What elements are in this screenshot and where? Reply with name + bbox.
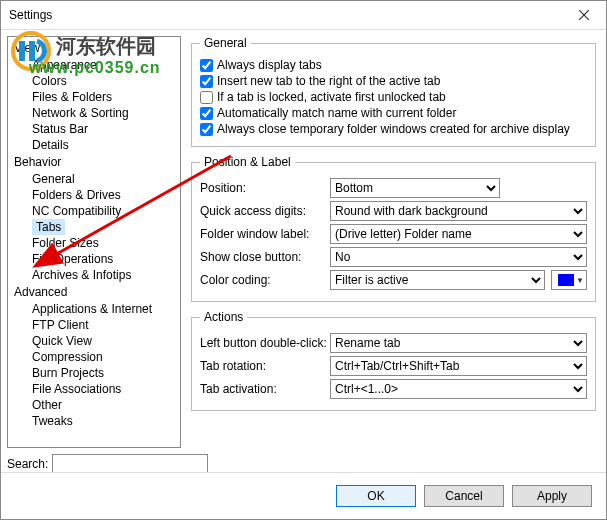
- tab-rotation-select[interactable]: Ctrl+Tab/Ctrl+Shift+Tab: [330, 356, 587, 376]
- general-checkbox-label: Always close temporary folder windows cr…: [217, 122, 570, 136]
- position-label-legend: Position & Label: [200, 155, 295, 169]
- settings-tree[interactable]: ViewAppearanceColorsFiles & FoldersNetwo…: [7, 36, 181, 448]
- cancel-button[interactable]: Cancel: [424, 485, 504, 507]
- settings-panel: General Always display tabsInsert new ta…: [181, 30, 606, 474]
- folder-window-label: Folder window label:: [200, 227, 330, 241]
- tree-item[interactable]: Tweaks: [8, 413, 180, 429]
- tree-item[interactable]: Archives & Infotips: [8, 267, 180, 283]
- color-coding-select[interactable]: Filter is active: [330, 270, 545, 290]
- close-icon: [579, 10, 589, 20]
- color-swatch-button[interactable]: ▼: [551, 270, 587, 290]
- show-close-select[interactable]: No: [330, 247, 587, 267]
- tree-item[interactable]: NC Compatibility: [8, 203, 180, 219]
- general-checkbox-label: If a tab is locked, activate first unloc…: [217, 90, 446, 104]
- tree-item[interactable]: Tabs: [32, 219, 65, 235]
- window-title: Settings: [1, 8, 52, 22]
- general-checkbox-label: Insert new tab to the right of the activ…: [217, 74, 440, 88]
- general-checkbox[interactable]: [200, 75, 213, 88]
- search-label: Search:: [7, 457, 48, 471]
- general-checkbox[interactable]: [200, 91, 213, 104]
- tree-category[interactable]: View: [8, 39, 180, 57]
- settings-window: Settings ViewAppearanceColorsFiles & Fol…: [0, 0, 607, 520]
- apply-button[interactable]: Apply: [512, 485, 592, 507]
- general-checkbox[interactable]: [200, 123, 213, 136]
- general-checkbox-label: Always display tabs: [217, 58, 322, 72]
- general-checkbox-label: Automatically match name with current fo…: [217, 106, 456, 120]
- tree-item[interactable]: Folders & Drives: [8, 187, 180, 203]
- actions-group: Actions Left button double-click: Rename…: [191, 310, 596, 411]
- dialog-buttons: OK Cancel Apply: [1, 472, 606, 519]
- tree-item[interactable]: Network & Sorting: [8, 105, 180, 121]
- color-swatch-icon: [558, 274, 574, 286]
- tree-category[interactable]: Behavior: [8, 153, 180, 171]
- tree-item[interactable]: File Operations: [8, 251, 180, 267]
- tree-item[interactable]: Appearance: [8, 57, 180, 73]
- position-label-group: Position & Label Position: Bottom Quick …: [191, 155, 596, 302]
- tree-item[interactable]: File Associations: [8, 381, 180, 397]
- double-click-label: Left button double-click:: [200, 336, 330, 350]
- general-group: General Always display tabsInsert new ta…: [191, 36, 596, 147]
- tree-item[interactable]: Burn Projects: [8, 365, 180, 381]
- tree-item[interactable]: Other: [8, 397, 180, 413]
- tree-item[interactable]: Files & Folders: [8, 89, 180, 105]
- general-checkbox[interactable]: [200, 107, 213, 120]
- tab-activation-select[interactable]: Ctrl+<1...0>: [330, 379, 587, 399]
- tree-item[interactable]: Applications & Internet: [8, 301, 180, 317]
- position-label: Position:: [200, 181, 330, 195]
- titlebar: Settings: [1, 1, 606, 30]
- quick-access-select[interactable]: Round with dark background: [330, 201, 587, 221]
- chevron-down-icon: ▼: [576, 276, 584, 285]
- position-select[interactable]: Bottom: [330, 178, 500, 198]
- general-legend: General: [200, 36, 251, 50]
- tree-item[interactable]: Status Bar: [8, 121, 180, 137]
- tree-item[interactable]: Details: [8, 137, 180, 153]
- tree-category[interactable]: Advanced: [8, 283, 180, 301]
- tree-item[interactable]: Colors: [8, 73, 180, 89]
- double-click-select[interactable]: Rename tab: [330, 333, 587, 353]
- tree-item[interactable]: General: [8, 171, 180, 187]
- color-coding-label: Color coding:: [200, 273, 330, 287]
- tree-item[interactable]: Quick View: [8, 333, 180, 349]
- tree-item[interactable]: FTP Client: [8, 317, 180, 333]
- actions-legend: Actions: [200, 310, 247, 324]
- tab-activation-label: Tab activation:: [200, 382, 330, 396]
- tab-rotation-label: Tab rotation:: [200, 359, 330, 373]
- folder-window-select[interactable]: (Drive letter) Folder name: [330, 224, 587, 244]
- general-checkbox[interactable]: [200, 59, 213, 72]
- ok-button[interactable]: OK: [336, 485, 416, 507]
- close-button[interactable]: [561, 1, 606, 29]
- tree-item[interactable]: Folder Sizes: [8, 235, 180, 251]
- show-close-label: Show close button:: [200, 250, 330, 264]
- tree-item[interactable]: Compression: [8, 349, 180, 365]
- quick-access-label: Quick access digits:: [200, 204, 330, 218]
